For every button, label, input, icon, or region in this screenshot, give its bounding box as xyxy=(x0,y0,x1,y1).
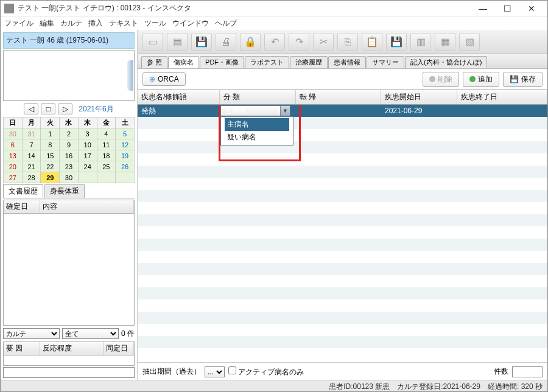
tab-lab[interactable]: ラボテスト xyxy=(245,56,289,68)
window-title: テスト 一朗(テスト イチロウ) : 00123 - インスペクタ xyxy=(18,3,471,13)
footer-row: 抽出期間（過去） ... アクティブ病名のみ 件数 xyxy=(138,362,547,380)
save-button[interactable]: 💾保存 xyxy=(503,72,543,87)
tab-disease[interactable]: 傷病名 xyxy=(168,56,199,68)
cell-classification: 主病名 ▼ 主病名 疑い病名 xyxy=(220,105,296,117)
minimize-button[interactable]: — xyxy=(471,1,495,16)
menu-insert[interactable]: 挿入 xyxy=(88,18,103,29)
action-row: ⊕ORCA 削除 追加 💾保存 xyxy=(138,69,547,89)
toolbar: ▭ ▤ 💾 🖨 🔒 ↶ ↷ ✂ ⎘ 📋 💾 ▥ ▦ ▧ xyxy=(138,30,547,54)
count-label: 件数 xyxy=(494,366,508,377)
tool-extra3-icon[interactable]: ▧ xyxy=(459,33,480,51)
right-pane: ▭ ▤ 💾 🖨 🔒 ↶ ↷ ✂ ⎘ 📋 💾 ▥ ▦ ▧ 参 照 傷病名 PDF・… xyxy=(138,30,547,380)
subtabs: 文書履歴 身長体重 xyxy=(3,184,135,198)
menu-file[interactable]: ファイル xyxy=(4,18,33,29)
cell-end-date xyxy=(457,110,547,112)
app-icon xyxy=(4,4,14,13)
status-patient-id: 患者ID:00123 新患 xyxy=(329,382,390,392)
tab-summary[interactable]: サマリー xyxy=(367,56,404,68)
cal-next-button[interactable]: ▷ xyxy=(58,103,72,114)
menu-text[interactable]: テキスト xyxy=(109,18,138,29)
patient-header: テスト 一朗 46 歳 (1975-06-01) xyxy=(3,32,135,49)
tab-history[interactable]: 治療履歴 xyxy=(290,56,328,68)
orca-button[interactable]: ⊕ORCA xyxy=(142,72,186,86)
tool-save-icon[interactable]: 💾 xyxy=(191,33,212,51)
close-button[interactable]: ✕ xyxy=(519,1,544,16)
cell-outcome xyxy=(296,110,381,112)
grid-header: 疾患名/修飾語 分 類 転 帰 疾患開始日 疾患終了日 xyxy=(138,89,547,105)
menubar: ファイル 編集 カルテ 挿入 テキスト ツール ウインドウ ヘルプ xyxy=(1,16,547,30)
thumbnail-box xyxy=(3,50,135,101)
menu-help[interactable]: ヘルプ xyxy=(215,18,237,29)
tool-extra1-icon[interactable]: ▥ xyxy=(410,33,431,51)
tool-lock-icon[interactable]: 🔒 xyxy=(240,33,261,51)
tool-note-icon[interactable]: ▤ xyxy=(167,33,188,51)
left-pane: テスト 一朗 46 歳 (1975-06-01) ◁ □ ▷ 2021年6月 日… xyxy=(1,30,138,380)
cal-today-button[interactable]: □ xyxy=(41,103,55,114)
tool-print-icon[interactable]: 🖨 xyxy=(216,33,236,51)
calendar-month-label: 2021年6月 xyxy=(79,104,113,114)
tool-save2-icon[interactable]: 💾 xyxy=(386,33,407,51)
table-row[interactable]: 発熱 主病名 ▼ 主病名 疑い病名 2021-06-29 xyxy=(138,105,547,117)
classification-dropdown: 主病名 疑い病名 xyxy=(220,116,293,145)
menu-edit[interactable]: 編集 xyxy=(40,18,54,29)
tab-ref[interactable]: 参 照 xyxy=(141,56,167,68)
filter-type-select[interactable]: カルテ xyxy=(3,328,60,339)
grid-body: 発熱 主病名 ▼ 主病名 疑い病名 2021-06-29 xyxy=(138,105,547,362)
menu-karte[interactable]: カルテ xyxy=(60,18,82,29)
main-tabs: 参 照 傷病名 PDF・画像 ラボテスト 治療履歴 患者情報 サマリー 記入(内… xyxy=(138,54,547,69)
menu-window[interactable]: ウインドウ xyxy=(172,18,209,29)
tab-doc-history[interactable]: 文書履歴 xyxy=(3,184,43,198)
extract-period-select[interactable]: ... xyxy=(205,366,225,377)
tab-pdf[interactable]: PDF・画像 xyxy=(200,56,244,68)
tab-patient[interactable]: 患者情報 xyxy=(328,56,366,68)
menu-tool[interactable]: ツール xyxy=(144,18,166,29)
tool-extra2-icon[interactable]: ▦ xyxy=(435,33,455,51)
extract-period-label: 抽出期間（過去） xyxy=(142,366,201,377)
chevron-down-icon[interactable]: ▼ xyxy=(280,106,290,116)
tool-undo-icon[interactable]: ↶ xyxy=(264,33,285,51)
titlebar: テスト 一朗(テスト イチロウ) : 00123 - インスペクタ — ☐ ✕ xyxy=(1,1,547,16)
tool-paste-icon[interactable]: 📋 xyxy=(362,33,382,51)
status-elapsed: 経過時間: 320 秒 xyxy=(488,382,543,392)
count-field xyxy=(512,366,543,377)
cell-disease-name: 発熱 xyxy=(138,105,220,117)
doc-history-table: 確定日内容 xyxy=(3,200,135,326)
calendar-nav: ◁ □ ▷ 2021年6月 xyxy=(3,102,135,116)
search-input[interactable] xyxy=(3,367,135,378)
cell-start-date: 2021-06-29 xyxy=(381,105,457,116)
active-only-checkbox[interactable]: アクティブ病名のみ xyxy=(228,366,304,377)
delete-button[interactable]: 削除 xyxy=(423,72,459,87)
tool-redo-icon[interactable]: ↷ xyxy=(289,33,309,51)
calendar[interactable]: 日月火水木金土 303112345 6789101112 13141516171… xyxy=(3,117,135,183)
tab-body-metrics[interactable]: 身長体重 xyxy=(44,184,85,198)
tool-doc-icon[interactable]: ▭ xyxy=(142,33,163,51)
tool-cut-icon[interactable]: ✂ xyxy=(313,33,334,51)
dropdown-option[interactable]: 疑い病名 xyxy=(225,131,289,144)
tool-copy-icon[interactable]: ⎘ xyxy=(337,33,358,51)
drawer-handle[interactable] xyxy=(127,60,133,90)
add-button[interactable]: 追加 xyxy=(463,72,499,87)
dropdown-option[interactable]: 主病名 xyxy=(225,118,289,131)
cal-prev-button[interactable]: ◁ xyxy=(24,103,38,114)
statusbar: 患者ID:00123 新患 カルテ登録日:2021-06-29 経過時間: 32… xyxy=(1,380,547,392)
filter-count: 0 件 xyxy=(121,329,135,339)
status-register-date: カルテ登録日:2021-06-29 xyxy=(397,382,480,392)
tab-entry[interactable]: 記入(内科・協会けんぽ) xyxy=(405,56,487,68)
filter-all-select[interactable]: 全て xyxy=(62,328,119,339)
classification-combobox[interactable]: 主病名 ▼ 主病名 疑い病名 xyxy=(220,105,290,116)
maximize-button[interactable]: ☐ xyxy=(495,1,519,16)
